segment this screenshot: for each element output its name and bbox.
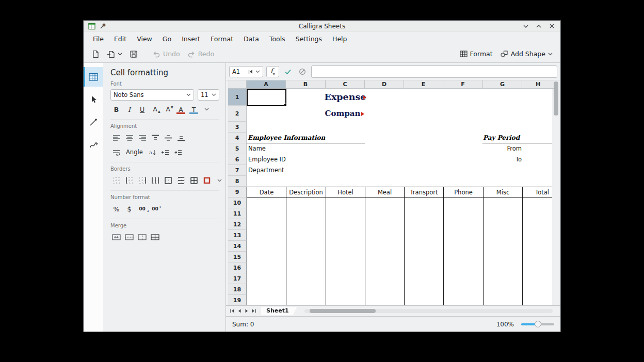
align-left-button[interactable] xyxy=(110,132,122,143)
column-header-C[interactable]: C xyxy=(326,80,365,89)
menu-help[interactable]: Help xyxy=(327,34,352,44)
column-header-G[interactable]: G xyxy=(483,80,522,89)
expense-column-phone[interactable]: Phone xyxy=(443,187,484,198)
first-sheet-button[interactable] xyxy=(229,307,236,315)
expense-column-description[interactable]: Description xyxy=(286,187,326,198)
new-document-button[interactable] xyxy=(88,48,103,60)
column-header-H[interactable]: H xyxy=(522,80,554,89)
to-cell[interactable]: To xyxy=(482,154,522,164)
pay-period-cell[interactable]: Pay Period xyxy=(483,133,520,143)
grow-font-button[interactable]: A▲ xyxy=(149,104,161,115)
border-left-button[interactable] xyxy=(123,175,135,186)
expense-column-date[interactable]: Date xyxy=(247,187,286,198)
dissociate-cells-button[interactable] xyxy=(149,232,161,243)
row-header-9[interactable]: 9 xyxy=(228,187,247,198)
expense-column-total[interactable]: Total xyxy=(522,187,552,198)
insert-function-button[interactable]: fx xyxy=(266,66,279,77)
row-header-13[interactable]: 13 xyxy=(228,230,247,241)
redo-button[interactable]: Redo xyxy=(184,48,218,60)
undo-button[interactable]: Undo xyxy=(149,48,184,60)
expense-column-meal[interactable]: Meal xyxy=(365,187,405,198)
vertical-scrollbar-thumb[interactable] xyxy=(554,81,558,116)
expense-column-transport[interactable]: Transport xyxy=(404,187,444,198)
apply-button[interactable] xyxy=(282,66,294,77)
column-header-D[interactable]: D xyxy=(365,80,404,89)
minimize-button[interactable] xyxy=(522,22,530,30)
report-title-cell[interactable]: Expense xyxy=(307,89,384,106)
menu-edit[interactable]: Edit xyxy=(109,34,132,44)
title-bar[interactable]: Calligra Sheets xyxy=(84,21,560,32)
align-bottom-button[interactable] xyxy=(175,132,187,143)
expense-column-misc[interactable]: Misc xyxy=(483,187,523,198)
row-header-10[interactable]: 10 xyxy=(228,198,247,208)
column-header-F[interactable]: F xyxy=(443,80,483,89)
sheet-tab-sheet1[interactable]: Sheet1 xyxy=(261,307,297,315)
decrease-precision-button[interactable]: 00▸ xyxy=(149,203,161,215)
row-header-4[interactable]: 4 xyxy=(228,133,247,143)
row-header-5[interactable]: 5 xyxy=(228,143,247,154)
previous-sheet-button[interactable] xyxy=(236,307,243,315)
increase-precision-button[interactable]: 00◂ xyxy=(136,203,148,215)
cell-cursor[interactable] xyxy=(247,89,286,106)
open-document-button[interactable] xyxy=(103,48,126,60)
select-all-corner[interactable] xyxy=(228,80,247,89)
cancel-button[interactable] xyxy=(297,66,308,77)
align-top-button[interactable] xyxy=(149,132,161,143)
fill-handle[interactable] xyxy=(284,104,287,107)
next-sheet-button[interactable] xyxy=(243,307,250,315)
row-header-2[interactable]: 2 xyxy=(228,106,247,122)
border-horizontal-button[interactable] xyxy=(175,175,187,186)
row-header-14[interactable]: 14 xyxy=(228,241,247,252)
line-tool-button[interactable] xyxy=(84,112,103,132)
background-color-button[interactable]: T xyxy=(188,104,200,115)
row-header-1[interactable]: 1 xyxy=(228,89,247,106)
merge-vertical-button[interactable] xyxy=(136,232,148,243)
text-color-button[interactable]: A xyxy=(175,104,187,115)
menu-file[interactable]: File xyxy=(88,34,109,44)
percent-format-button[interactable]: % xyxy=(110,203,122,215)
font-family-select[interactable]: Noto Sans xyxy=(110,89,194,101)
more-text-options-button[interactable] xyxy=(201,104,213,115)
merge-cells-button[interactable] xyxy=(110,232,122,243)
wrap-text-button[interactable] xyxy=(110,146,122,158)
last-sheet-button[interactable] xyxy=(250,307,257,315)
border-all-button[interactable] xyxy=(188,175,200,186)
name-cell[interactable]: Name xyxy=(248,143,266,154)
row-header-8[interactable]: 8 xyxy=(228,176,247,187)
employee-id-cell[interactable]: Employee ID xyxy=(248,154,286,164)
menu-data[interactable]: Data xyxy=(238,34,264,44)
row-header-6[interactable]: 6 xyxy=(228,154,247,165)
currency-format-button[interactable]: $ xyxy=(123,203,135,215)
row-header-15[interactable]: 15 xyxy=(228,252,247,262)
close-button[interactable] xyxy=(548,22,556,30)
increase-indent-button[interactable] xyxy=(172,146,184,158)
bold-button[interactable]: B xyxy=(110,104,122,115)
cell-reference-combo[interactable]: A1 xyxy=(229,66,263,77)
font-size-select[interactable]: 11 xyxy=(198,89,219,101)
expense-column-hotel[interactable]: Hotel xyxy=(326,187,365,198)
cell-editor-tool-button[interactable] xyxy=(84,67,103,87)
zoom-slider[interactable] xyxy=(521,321,554,328)
row-header-19[interactable]: 19 xyxy=(228,295,247,305)
align-middle-button[interactable] xyxy=(162,132,174,143)
pin-icon[interactable] xyxy=(100,23,106,29)
from-cell[interactable]: From xyxy=(482,143,522,154)
menu-tools[interactable]: Tools xyxy=(264,34,291,44)
horizontal-scrollbar-thumb[interactable] xyxy=(310,309,376,313)
company-cell[interactable]: Compan xyxy=(307,106,379,122)
maximize-button[interactable] xyxy=(535,22,543,30)
menu-go[interactable]: Go xyxy=(157,34,176,44)
save-button[interactable] xyxy=(126,48,141,60)
format-button[interactable]: Format xyxy=(456,48,496,60)
align-right-button[interactable] xyxy=(136,132,148,143)
align-center-button[interactable] xyxy=(123,132,135,143)
row-header-18[interactable]: 18 xyxy=(228,284,247,295)
vertical-text-button[interactable]: a xyxy=(147,146,158,158)
shape-selection-tool-button[interactable] xyxy=(84,90,103,109)
border-vertical-button[interactable] xyxy=(149,175,161,186)
row-header-12[interactable]: 12 xyxy=(228,219,247,230)
border-menu-button[interactable] xyxy=(214,175,226,186)
row-header-11[interactable]: 11 xyxy=(228,208,247,219)
row-header-3[interactable]: 3 xyxy=(228,122,247,133)
formula-input[interactable] xyxy=(311,65,557,78)
